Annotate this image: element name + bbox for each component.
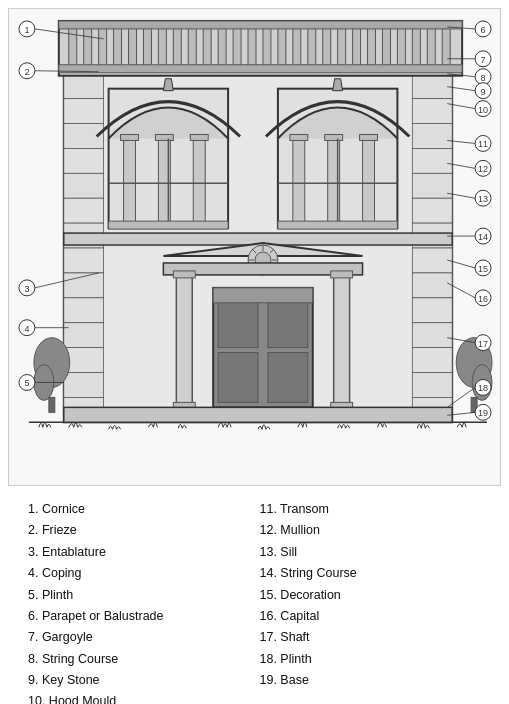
svg-rect-44	[263, 26, 271, 71]
legend-item-11: 11. Transom	[260, 500, 482, 519]
svg-rect-3	[64, 99, 104, 124]
svg-rect-7	[64, 198, 104, 223]
svg-text:10: 10	[478, 105, 488, 115]
svg-rect-31	[69, 26, 77, 71]
svg-text:3: 3	[24, 284, 29, 294]
svg-rect-48	[323, 26, 331, 71]
legend-item-2: 2. Frieze	[28, 521, 250, 540]
svg-rect-55	[427, 26, 435, 71]
svg-rect-45	[278, 26, 286, 71]
svg-rect-32	[84, 26, 92, 71]
legend-item-5: 5. Plinth	[28, 586, 250, 605]
svg-rect-53	[397, 26, 405, 71]
svg-rect-95	[334, 275, 350, 404]
svg-rect-25	[412, 298, 452, 323]
svg-rect-38	[173, 26, 181, 71]
legend-item-7: 7. Gargoyle	[28, 628, 250, 647]
svg-rect-9	[64, 248, 104, 273]
svg-text:11: 11	[478, 139, 488, 149]
svg-rect-101	[218, 353, 258, 403]
legend-item-19: 19. Base	[260, 671, 482, 690]
svg-text:7: 7	[481, 55, 486, 65]
svg-rect-107	[49, 397, 55, 412]
svg-rect-43	[248, 26, 256, 71]
svg-rect-68	[109, 221, 229, 229]
svg-rect-34	[114, 26, 122, 71]
legend-item-14: 14. String Course	[260, 564, 482, 583]
svg-rect-27	[412, 348, 452, 373]
svg-rect-76	[290, 134, 308, 140]
svg-rect-47	[308, 26, 316, 71]
svg-rect-17	[412, 99, 452, 124]
svg-text:4: 4	[24, 324, 29, 334]
svg-text:17: 17	[478, 339, 488, 349]
svg-rect-39	[188, 26, 196, 71]
svg-rect-2	[64, 74, 104, 99]
svg-rect-104	[64, 407, 452, 422]
legend-item-3: 3. Entablature	[28, 543, 250, 562]
svg-text:14: 14	[478, 232, 488, 242]
svg-rect-11	[64, 298, 104, 323]
svg-rect-77	[325, 134, 343, 140]
svg-rect-51	[368, 26, 376, 71]
svg-text:1: 1	[24, 25, 29, 35]
svg-rect-26	[412, 323, 452, 348]
svg-rect-36	[143, 26, 151, 71]
svg-rect-40	[203, 26, 211, 71]
svg-rect-64	[193, 138, 205, 223]
svg-marker-72	[333, 79, 343, 91]
svg-rect-18	[412, 124, 452, 149]
legend-col-2: 11. Transom 12. Mullion 13. Sill 14. Str…	[260, 500, 482, 704]
legend-item-15: 15. Decoration	[260, 586, 482, 605]
svg-text:6: 6	[481, 25, 486, 35]
svg-text:2: 2	[24, 67, 29, 77]
svg-rect-21	[412, 198, 452, 223]
legend-area: 1. Cornice 2. Frieze 3. Entablature 4. C…	[8, 490, 501, 704]
legend-item-17: 17. Shaft	[260, 628, 482, 647]
svg-text:18: 18	[478, 383, 488, 393]
svg-rect-56	[442, 26, 450, 71]
legend-item-12: 12. Mullion	[260, 521, 482, 540]
svg-rect-20	[412, 173, 452, 198]
legend-item-13: 13. Sill	[260, 543, 482, 562]
svg-rect-73	[293, 138, 305, 223]
svg-text:16: 16	[478, 294, 488, 304]
svg-rect-42	[233, 26, 241, 71]
legend-item-10: 10. Hood Mould	[28, 692, 250, 704]
svg-text:15: 15	[478, 264, 488, 274]
svg-rect-23	[412, 248, 452, 273]
legend-item-18: 18. Plinth	[260, 650, 482, 669]
svg-rect-14	[64, 373, 104, 398]
svg-rect-52	[382, 26, 390, 71]
svg-rect-28	[412, 373, 452, 398]
legend-item-8: 8. String Course	[28, 650, 250, 669]
svg-rect-5	[64, 148, 104, 173]
svg-rect-102	[268, 353, 308, 403]
legend-item-6: 6. Parapet or Balustrade	[28, 607, 250, 626]
svg-text:13: 13	[478, 194, 488, 204]
building-diagram: 6 7 8 9 10 11 12 1	[8, 8, 501, 486]
svg-marker-61	[163, 79, 173, 91]
svg-rect-19	[412, 148, 452, 173]
svg-text:5: 5	[24, 378, 29, 388]
legend-item-4: 4. Coping	[28, 564, 250, 583]
svg-rect-37	[158, 26, 166, 71]
svg-rect-50	[353, 26, 361, 71]
svg-rect-41	[218, 26, 226, 71]
svg-rect-65	[121, 134, 139, 140]
legend-item-16: 16. Capital	[260, 607, 482, 626]
svg-rect-49	[338, 26, 346, 71]
legend-col-1: 1. Cornice 2. Frieze 3. Entablature 4. C…	[28, 500, 250, 704]
svg-rect-66	[155, 134, 173, 140]
svg-rect-58	[59, 65, 462, 73]
svg-rect-79	[278, 221, 398, 229]
svg-rect-93	[173, 271, 195, 278]
svg-rect-96	[331, 271, 353, 278]
legend-item-1: 1. Cornice	[28, 500, 250, 519]
svg-rect-75	[363, 138, 375, 223]
svg-rect-57	[59, 21, 462, 29]
svg-text:12: 12	[478, 164, 488, 174]
svg-rect-54	[412, 26, 420, 71]
svg-text:19: 19	[478, 408, 488, 418]
svg-rect-6	[64, 173, 104, 198]
